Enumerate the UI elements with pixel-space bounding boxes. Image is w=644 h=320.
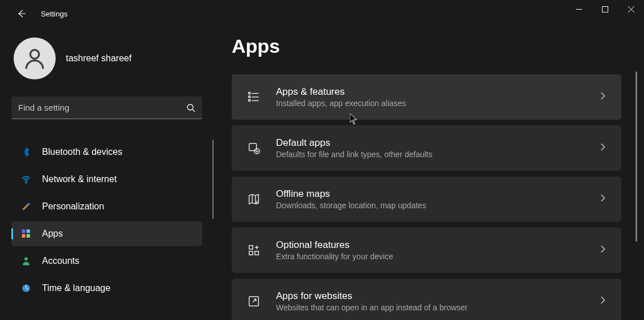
card-subtitle: Websites that can open in an app instead… xyxy=(276,303,599,312)
card-subtitle: Extra functionality for your device xyxy=(276,252,599,261)
minimize-icon xyxy=(576,6,582,12)
maximize-button[interactable] xyxy=(592,0,618,18)
sidebar-item-time-language[interactable]: Time & language xyxy=(11,276,202,301)
sidebar-item-label: Accounts xyxy=(42,256,80,266)
sidebar-item-label: Apps xyxy=(42,229,62,239)
person-icon xyxy=(22,46,47,71)
page-title: Apps xyxy=(232,35,627,57)
sidebar-item-bluetooth[interactable]: Bluetooth & devices xyxy=(11,140,202,165)
titlebar: Settings xyxy=(0,0,644,27)
bluetooth-icon xyxy=(20,146,32,158)
search-box[interactable] xyxy=(11,96,202,119)
sidebar-item-label: Network & internet xyxy=(42,174,117,184)
chevron-right-icon xyxy=(599,143,607,153)
card-title: Default apps xyxy=(276,137,599,149)
user-name: tashreef shareef xyxy=(66,53,132,64)
sidebar-item-label: Personalization xyxy=(42,201,104,212)
svg-rect-22 xyxy=(249,246,253,249)
settings-cards: Apps & features Installed apps, app exec… xyxy=(232,74,627,320)
card-default-apps[interactable]: Default apps Defaults for file and link … xyxy=(232,125,621,171)
card-title: Apps & features xyxy=(276,86,599,98)
maximize-icon xyxy=(602,6,608,12)
default-apps-icon xyxy=(246,141,261,155)
card-apps-websites[interactable]: Apps for websites Websites that can open… xyxy=(232,279,621,320)
sidebar-item-apps[interactable]: Apps xyxy=(11,221,202,246)
close-button[interactable] xyxy=(618,0,644,18)
svg-rect-1 xyxy=(602,6,608,12)
card-title: Offline maps xyxy=(276,188,599,200)
card-subtitle: Defaults for file and link types, other … xyxy=(276,150,599,159)
card-subtitle: Installed apps, app execution aliases xyxy=(276,99,599,108)
window-controls xyxy=(566,0,644,18)
svg-rect-17 xyxy=(249,92,250,94)
card-subtitle: Downloads, storage location, map updates xyxy=(276,201,599,210)
map-icon xyxy=(246,192,261,207)
chevron-right-icon xyxy=(599,245,607,255)
user-block[interactable]: tashreef shareef xyxy=(11,27,210,96)
avatar xyxy=(14,37,56,79)
minimize-button[interactable] xyxy=(566,0,592,18)
svg-rect-19 xyxy=(249,100,250,102)
app-title: Settings xyxy=(41,10,68,18)
svg-rect-8 xyxy=(22,230,26,233)
card-title: Optional features xyxy=(276,239,599,251)
svg-rect-10 xyxy=(22,234,26,238)
chevron-right-icon xyxy=(599,296,607,306)
chevron-right-icon xyxy=(599,92,607,102)
svg-point-21 xyxy=(254,149,260,154)
open-link-icon xyxy=(246,294,261,309)
back-button[interactable] xyxy=(14,6,30,22)
card-offline-maps[interactable]: Offline maps Downloads, storage location… xyxy=(232,176,621,222)
search-icon xyxy=(186,103,195,112)
card-optional-features[interactable]: Optional features Extra functionality fo… xyxy=(232,228,621,273)
sidebar-item-label: Bluetooth & devices xyxy=(42,147,122,157)
sidebar-nav: Bluetooth & devices Network & internet P… xyxy=(11,140,210,301)
svg-rect-24 xyxy=(255,251,258,255)
sidebar-item-label: Time & language xyxy=(42,283,110,293)
search-input[interactable] xyxy=(18,103,186,112)
globe-clock-icon xyxy=(20,283,32,294)
sidebar-item-personalization[interactable]: Personalization xyxy=(11,194,202,219)
card-title: Apps for websites xyxy=(276,290,599,302)
sidebar-item-accounts[interactable]: Accounts xyxy=(11,249,202,273)
svg-point-4 xyxy=(30,50,39,58)
brush-icon xyxy=(20,201,32,212)
main-content: Apps Apps & features Installed apps, app… xyxy=(210,27,644,320)
svg-point-12 xyxy=(24,257,28,260)
svg-line-6 xyxy=(193,110,195,112)
apps-icon xyxy=(20,228,32,239)
svg-point-7 xyxy=(26,182,27,183)
main-scrollbar[interactable] xyxy=(635,71,637,242)
close-icon xyxy=(628,6,634,12)
accounts-icon xyxy=(20,255,32,267)
svg-rect-23 xyxy=(249,251,253,255)
svg-point-5 xyxy=(187,104,193,110)
grid-plus-icon xyxy=(246,243,261,258)
card-apps-features[interactable]: Apps & features Installed apps, app exec… xyxy=(232,74,621,120)
back-arrow-icon xyxy=(17,9,26,18)
svg-rect-9 xyxy=(27,230,30,233)
sidebar-item-network[interactable]: Network & internet xyxy=(11,167,202,192)
wifi-icon xyxy=(20,174,32,185)
svg-rect-11 xyxy=(27,234,30,238)
svg-rect-18 xyxy=(249,96,250,98)
list-icon xyxy=(246,90,261,104)
sidebar: tashreef shareef Bluetooth & devices Net… xyxy=(0,27,210,320)
chevron-right-icon xyxy=(599,194,607,204)
